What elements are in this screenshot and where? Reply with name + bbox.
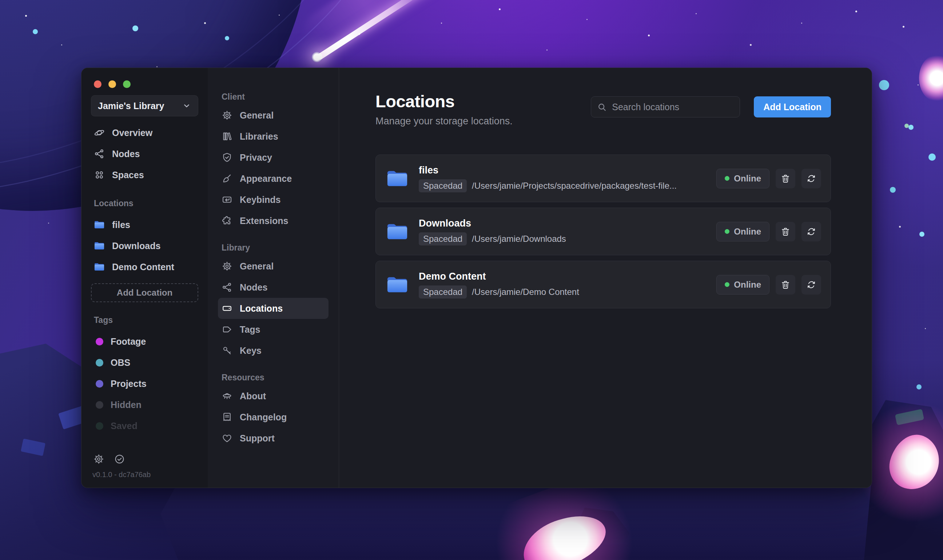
share-network-icon (222, 282, 233, 293)
delete-location-button[interactable] (776, 275, 795, 295)
location-name: Demo Content (419, 271, 579, 282)
location-path: /Users/jamie/Projects/spacedrive/package… (472, 181, 677, 191)
settings-item-support[interactable]: Support (218, 428, 328, 449)
delete-location-button[interactable] (776, 222, 795, 242)
page-subtitle: Manage your storage locations. (376, 115, 513, 127)
check-circle-icon[interactable] (114, 454, 125, 465)
tag-color-dot (96, 380, 103, 388)
page-title: Locations (376, 91, 513, 111)
window-controls (94, 80, 198, 88)
rescan-location-button[interactable] (801, 275, 821, 295)
minimize-button[interactable] (108, 80, 116, 88)
location-path: /Users/jamie/Downloads (472, 234, 566, 244)
sidebar-item-label: Spaces (112, 170, 144, 180)
section-heading-client: Client (218, 92, 328, 102)
shield-check-icon (222, 152, 233, 163)
tag-color-dot (96, 338, 103, 345)
settings-item-privacy[interactable]: Privacy (218, 147, 328, 168)
settings-item-extensions[interactable]: Extensions (218, 210, 328, 231)
online-dot (725, 176, 729, 181)
note-icon (222, 412, 233, 423)
settings-item-keys[interactable]: Keys (218, 340, 328, 361)
delete-location-button[interactable] (776, 169, 795, 188)
settings-item-changelog[interactable]: Changelog (218, 406, 328, 428)
sidebar-item-label: Nodes (112, 149, 140, 159)
tag-projects[interactable]: Projects (91, 373, 198, 394)
search-input[interactable] (612, 102, 734, 112)
share-network-icon (94, 148, 105, 159)
location-label: files (112, 220, 130, 230)
sidebar-item-nodes[interactable]: Nodes (91, 143, 198, 165)
settings-item-libraries[interactable]: Libraries (218, 126, 328, 147)
locations-list: files Spacedad /Users/jamie/Projects/spa… (376, 155, 831, 308)
trash-icon (780, 226, 790, 237)
zoom-button[interactable] (123, 80, 131, 88)
location-card-files[interactable]: files Spacedad /Users/jamie/Projects/spa… (376, 155, 831, 202)
sidebar-location-demo-content[interactable]: Demo Content (91, 256, 198, 277)
gear-icon[interactable] (93, 454, 105, 465)
paint-brush-icon (222, 173, 233, 184)
tag-icon (222, 324, 233, 335)
library-name: Jamie's Library (98, 101, 182, 111)
location-card-demo-content[interactable]: Demo Content Spacedad /Users/jamie/Demo … (376, 261, 831, 308)
sidebar-item-overview[interactable]: Overview (91, 122, 198, 143)
glow-crystal (884, 429, 943, 495)
heart-icon (222, 433, 233, 444)
settings-item-keybinds[interactable]: Keybinds (218, 189, 328, 210)
folder-icon (94, 240, 105, 251)
sidebar-add-location-button[interactable]: Add Location (91, 283, 198, 302)
tag-obs[interactable]: OBS (91, 352, 198, 373)
key-icon (222, 345, 233, 356)
close-button[interactable] (94, 80, 102, 88)
tag-label: Saved (111, 421, 137, 431)
tag-hidden[interactable]: Hidden (91, 394, 198, 415)
sidebar-footer: v0.1.0 - dc7a76ab (91, 454, 198, 488)
sidebar-tags: Footage OBS Projects Hidden Saved (91, 331, 198, 436)
settings-item-library-nodes[interactable]: Nodes (218, 277, 328, 298)
search-box (591, 96, 740, 117)
node-badge: Spacedad (419, 232, 467, 245)
version-label: v0.1.0 - dc7a76ab (91, 471, 198, 479)
sidebar-location-downloads[interactable]: Downloads (91, 235, 198, 256)
tag-label: OBS (111, 357, 130, 368)
settings-item-general[interactable]: General (218, 105, 328, 126)
rescan-location-button[interactable] (801, 222, 821, 242)
settings-item-library-general[interactable]: General (218, 255, 328, 277)
location-label: Demo Content (112, 262, 174, 272)
status-badge: Online (716, 275, 769, 295)
gear-icon (222, 110, 233, 121)
tags-heading: Tags (91, 315, 198, 325)
settings-item-about[interactable]: About (218, 385, 328, 406)
tag-color-dot (96, 401, 103, 409)
sidebar-nav: Overview Nodes Spaces (91, 122, 198, 185)
settings-item-locations-active[interactable]: Locations (218, 298, 328, 319)
location-label: Downloads (112, 241, 160, 251)
trash-icon (780, 280, 790, 290)
add-location-button[interactable]: Add Location (754, 96, 831, 117)
settings-item-tags[interactable]: Tags (218, 319, 328, 340)
settings-item-appearance[interactable]: Appearance (218, 168, 328, 189)
chevron-down-icon (182, 101, 191, 111)
search-icon (597, 102, 607, 112)
library-switcher[interactable]: Jamie's Library (91, 95, 198, 116)
rescan-icon (806, 280, 817, 290)
folder-icon (386, 169, 408, 188)
sidebar-location-files[interactable]: files (91, 214, 198, 235)
sidebar-item-spaces[interactable]: Spaces (91, 165, 198, 185)
sidebar: Jamie's Library Overview Nodes Spaces Lo… (82, 68, 208, 488)
section-heading-library: Library (218, 243, 328, 253)
app-window: Jamie's Library Overview Nodes Spaces Lo… (81, 68, 872, 488)
status-badge: Online (716, 222, 769, 242)
trash-icon (780, 174, 790, 184)
rescan-icon (806, 174, 817, 184)
section-heading-resources: Resources (218, 373, 328, 383)
tag-saved[interactable]: Saved (91, 415, 198, 436)
online-dot (725, 282, 729, 287)
puzzle-piece-icon (222, 215, 233, 226)
tag-footage[interactable]: Footage (91, 331, 198, 352)
rescan-location-button[interactable] (801, 169, 821, 188)
tag-color-dot (96, 359, 103, 366)
location-name: Downloads (419, 218, 566, 229)
location-card-downloads[interactable]: Downloads Spacedad /Users/jamie/Download… (376, 208, 831, 255)
planet-icon (94, 127, 105, 138)
